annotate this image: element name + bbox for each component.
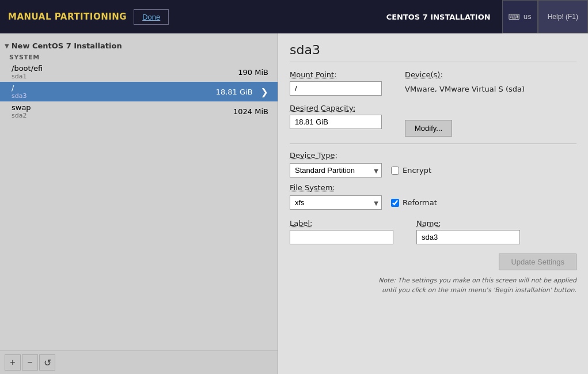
- left-toolbar: + − ↺: [0, 350, 278, 374]
- expand-triangle: ▼: [5, 43, 9, 49]
- mount-point-label: Mount Point:: [290, 70, 382, 79]
- name-group: Name:: [416, 219, 520, 244]
- partition-item-left: / sda3: [12, 84, 26, 100]
- reformat-label[interactable]: Reformat: [403, 198, 437, 207]
- desired-capacity-group: Desired Capacity:: [290, 104, 382, 129]
- desired-capacity-label: Desired Capacity:: [290, 104, 382, 112]
- device-type-select[interactable]: Standard Partition LVM BTRFS: [290, 163, 382, 177]
- partition-item-left: swap sda2: [12, 103, 31, 119]
- reformat-checkbox-row: Reformat: [391, 198, 437, 207]
- partition-item-swap[interactable]: swap sda2 1024 MiB: [0, 101, 278, 121]
- partition-item-root[interactable]: / sda3 18.81 GiB ❯: [0, 82, 278, 101]
- update-settings-button[interactable]: Update Settings: [499, 254, 576, 270]
- top-bar-right: CENTOS 7 INSTALLATION ⌨ us Help! (F1): [375, 0, 588, 33]
- install-section-title: ▼ New CentOS 7 Installation: [0, 38, 278, 51]
- name-label: Name:: [416, 219, 520, 228]
- done-button[interactable]: Done: [134, 9, 169, 25]
- system-section-header: SYSTEM: [0, 51, 278, 62]
- remove-partition-button[interactable]: −: [22, 354, 38, 371]
- partition-size-row: 18.81 GiB ❯: [216, 86, 268, 97]
- label-input[interactable]: [290, 230, 393, 244]
- partition-name: /: [12, 84, 26, 92]
- encrypt-checkbox[interactable]: [391, 167, 399, 175]
- device-type-select-wrapper: Standard Partition LVM BTRFS ▼: [290, 163, 382, 177]
- right-panel: sda3 Mount Point: Device(s): VMware, VMw…: [278, 33, 588, 374]
- name-input[interactable]: [416, 230, 520, 244]
- left-panel: ▼ New CentOS 7 Installation SYSTEM /boot…: [0, 33, 278, 374]
- device-type-row: Standard Partition LVM BTRFS ▼ Encrypt: [290, 163, 576, 177]
- file-system-section: File System: xfs ext4 ext3 ext2 swap ▼ R…: [290, 183, 576, 210]
- partition-item-boot-efi[interactable]: /boot/efi sda1 190 MiB: [0, 62, 278, 82]
- add-partition-button[interactable]: +: [5, 354, 21, 371]
- modify-group: Modify...: [405, 104, 452, 137]
- note-text: Note: The settings you make on this scre…: [375, 276, 576, 295]
- encrypt-label[interactable]: Encrypt: [403, 166, 431, 175]
- device-type-section: Device Type: Standard Partition LVM BTRF…: [290, 151, 576, 177]
- partition-size: 1024 MiB: [233, 107, 268, 116]
- top-bar-left: MANUAL PARTITIONING Done: [0, 9, 169, 25]
- devices-label: Device(s):: [405, 70, 525, 79]
- app-title: MANUAL PARTITIONING: [8, 12, 127, 22]
- partition-chevron-icon: ❯: [261, 86, 268, 97]
- label-label: Label:: [290, 219, 393, 228]
- keyboard-icon: ⌨: [509, 12, 520, 21]
- partition-device: sda2: [12, 112, 31, 119]
- encrypt-checkbox-row: Encrypt: [391, 166, 431, 175]
- mount-point-input[interactable]: [290, 81, 382, 96]
- mount-devices-row: Mount Point: Device(s): VMware, VMware V…: [290, 70, 576, 96]
- desired-capacity-input[interactable]: [290, 115, 382, 129]
- file-system-select[interactable]: xfs ext4 ext3 ext2 swap: [290, 195, 382, 210]
- partition-list: ▼ New CentOS 7 Installation SYSTEM /boot…: [0, 33, 278, 350]
- partition-size: 18.81 GiB: [216, 88, 253, 96]
- label-group: Label:: [290, 219, 393, 244]
- reformat-checkbox[interactable]: [391, 199, 399, 207]
- modify-button[interactable]: Modify...: [405, 120, 452, 137]
- top-bar: MANUAL PARTITIONING Done CENTOS 7 INSTAL…: [0, 0, 588, 33]
- partition-item-left: /boot/efi sda1: [12, 64, 43, 80]
- devices-group: Device(s): VMware, VMware Virtual S (sda…: [405, 70, 525, 96]
- centos-title: CENTOS 7 INSTALLATION: [375, 13, 502, 21]
- mount-point-group: Mount Point:: [290, 70, 382, 96]
- file-system-select-wrapper: xfs ext4 ext3 ext2 swap ▼: [290, 195, 382, 210]
- partition-heading: sda3: [290, 43, 576, 62]
- partition-device: sda1: [12, 73, 43, 80]
- keyboard-indicator[interactable]: ⌨ us: [502, 0, 538, 33]
- install-title: New CentOS 7 Installation: [12, 41, 122, 50]
- partition-name: swap: [12, 103, 31, 112]
- partition-size: 190 MiB: [238, 68, 268, 77]
- partition-device: sda3: [12, 92, 26, 100]
- main-content: ▼ New CentOS 7 Installation SYSTEM /boot…: [0, 33, 588, 374]
- help-button[interactable]: Help! (F1): [538, 0, 588, 33]
- device-type-label: Device Type:: [290, 151, 576, 160]
- capacity-modify-row: Desired Capacity: Modify...: [290, 104, 576, 137]
- refresh-button[interactable]: ↺: [39, 354, 55, 371]
- file-system-row: xfs ext4 ext3 ext2 swap ▼ Reformat: [290, 195, 576, 210]
- divider: [290, 143, 576, 144]
- partition-name: /boot/efi: [12, 64, 43, 73]
- file-system-label: File System:: [290, 183, 576, 192]
- keyboard-lang: us: [523, 13, 532, 21]
- bottom-actions: Update Settings Note: The settings you m…: [290, 254, 576, 295]
- devices-value: VMware, VMware Virtual S (sda): [405, 81, 525, 93]
- label-name-row: Label: Name:: [290, 219, 576, 244]
